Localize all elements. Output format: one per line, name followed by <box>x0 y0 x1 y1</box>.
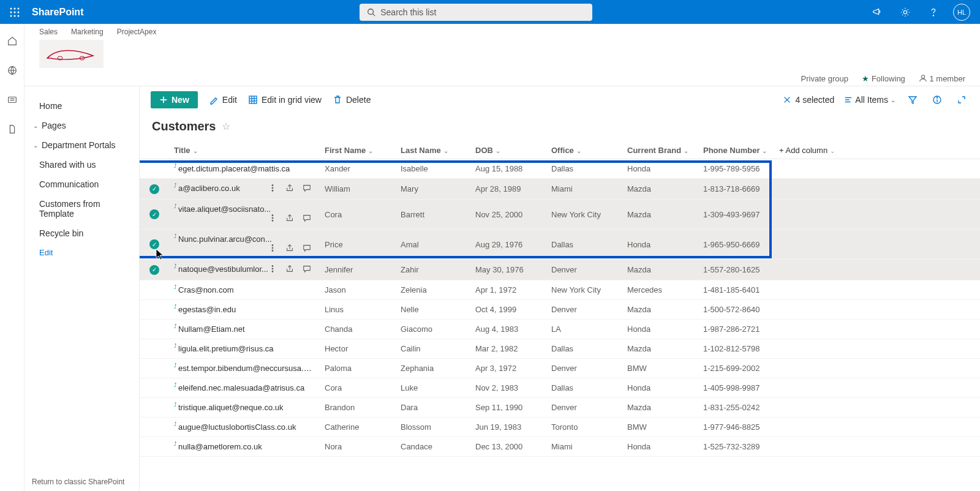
col-last-name[interactable]: Last Name⌄ <box>396 142 470 159</box>
cell-ln: Candace <box>396 437 470 457</box>
table-row[interactable]: ✓⤴a@aclibero.co.ukWilliamMaryApr 28, 198… <box>140 179 980 200</box>
table-row[interactable]: ⤴est.tempor.bibendum@neccursusa.comPalom… <box>140 359 980 378</box>
tab-sales[interactable]: Sales <box>39 28 58 36</box>
cell-ln: Dara <box>396 398 470 418</box>
view-selector[interactable]: All Items ⌄ <box>844 95 895 105</box>
cell-fn: Cora <box>320 200 396 230</box>
nav-recycle-bin[interactable]: Recycle bin <box>24 223 139 243</box>
col-office[interactable]: Office⌄ <box>546 142 622 159</box>
table-row[interactable]: ✓⤴vitae.aliquet@sociisnato...CoraBarrett… <box>140 200 980 230</box>
item-status-icon: ⤴ <box>174 284 177 290</box>
cell-ln: Zephania <box>396 359 470 378</box>
nav-edit-link[interactable]: Edit <box>24 243 139 262</box>
nav-department-portals[interactable]: ⌄Department Portals <box>24 135 139 155</box>
files-icon[interactable] <box>5 122 20 137</box>
table-row[interactable]: ⤴nulla@ametlorem.co.ukNoraCandaceDec 13,… <box>140 437 980 457</box>
row-more-icon[interactable] <box>268 184 277 194</box>
table-row[interactable]: ⤴Cras@non.comJasonZeleniaApr 1, 1972New … <box>140 280 980 300</box>
nav-shared-with-us[interactable]: Shared with us <box>24 155 139 174</box>
favorite-star-icon[interactable]: ☆ <box>222 121 230 132</box>
cell-office: Miami <box>546 179 622 200</box>
cell-fn: Cora <box>320 378 396 398</box>
globe-icon[interactable] <box>5 63 20 78</box>
row-comment-icon[interactable] <box>303 184 311 194</box>
app-launcher-icon[interactable] <box>5 2 24 22</box>
svg-point-3 <box>10 11 12 13</box>
site-logo[interactable] <box>39 40 104 68</box>
cell-brand: Honda <box>622 320 698 339</box>
row-more-icon[interactable] <box>268 244 277 254</box>
cell-office: New York City <box>546 200 622 230</box>
table-row[interactable]: ⤴augue@luctuslobortisClass.co.ukCatherin… <box>140 418 980 437</box>
row-share-icon[interactable] <box>285 214 294 224</box>
row-comment-icon[interactable] <box>303 244 311 254</box>
table-row[interactable]: ⤴eget.dictum.placerat@mattis.caXanderIsa… <box>140 159 980 179</box>
tab-marketing[interactable]: Marketing <box>71 28 104 36</box>
nav-communication[interactable]: Communication <box>24 174 139 194</box>
clear-selection[interactable]: 4 selected <box>783 95 834 105</box>
site-meta: Private group ★Following 1 member <box>39 74 965 83</box>
svg-point-44 <box>272 266 273 267</box>
following-toggle[interactable]: ★Following <box>862 74 905 83</box>
row-comment-icon[interactable] <box>303 214 311 224</box>
row-share-icon[interactable] <box>285 244 294 254</box>
row-title: est.tempor.bibendum@neccursusa.com <box>178 364 318 373</box>
home-icon[interactable] <box>5 34 20 48</box>
col-brand[interactable]: Current Brand⌄ <box>622 142 698 159</box>
table-row[interactable]: ⤴tristique.aliquet@neque.co.ukBrandonDar… <box>140 398 980 418</box>
cell-brand: Mazda <box>622 179 698 200</box>
nav-home[interactable]: Home <box>24 96 139 116</box>
megaphone-icon[interactable] <box>869 4 886 21</box>
edit-in-grid-button[interactable]: Edit in grid view <box>248 95 322 105</box>
row-selected-check-icon[interactable]: ✓ <box>149 239 159 249</box>
col-dob[interactable]: DOB⌄ <box>470 142 546 159</box>
svg-point-5 <box>18 11 20 13</box>
nav-pages[interactable]: ⌄Pages <box>24 116 139 135</box>
table-row[interactable]: ✓⤴natoque@vestibulumlor...JenniferZahirM… <box>140 260 980 280</box>
return-classic-link[interactable]: Return to classic SharePoint <box>32 478 124 486</box>
table-row[interactable]: ✓⤴Nunc.pulvinar.arcu@con...PriceAmalAug … <box>140 230 980 260</box>
svg-point-39 <box>272 217 273 219</box>
info-pane-icon[interactable] <box>930 92 944 107</box>
item-status-icon: ⤴ <box>174 203 177 209</box>
list-title-row: Customers ☆ <box>140 113 980 142</box>
cell-fn: Catherine <box>320 418 396 437</box>
row-share-icon[interactable] <box>285 264 294 275</box>
add-column-button[interactable]: + Add column⌄ <box>774 142 980 159</box>
help-icon[interactable] <box>925 4 942 21</box>
news-icon[interactable] <box>5 92 20 107</box>
row-share-icon[interactable] <box>285 184 294 194</box>
row-comment-icon[interactable] <box>303 264 311 275</box>
settings-gear-icon[interactable] <box>897 4 914 21</box>
new-button[interactable]: New <box>151 91 198 108</box>
row-selected-check-icon[interactable]: ✓ <box>149 184 159 194</box>
item-status-icon: ⤴ <box>174 263 177 269</box>
col-first-name[interactable]: First Name⌄ <box>320 142 396 159</box>
tab-projectapex[interactable]: ProjectApex <box>117 28 157 36</box>
col-phone[interactable]: Phone Number⌄ <box>698 142 774 159</box>
item-status-icon: ⤴ <box>174 382 177 388</box>
table-row[interactable]: ⤴Nullam@Etiam.netChandaGiacomoAug 4, 198… <box>140 320 980 339</box>
search-box[interactable]: Search this list <box>360 4 592 21</box>
cell-office: Dallas <box>546 159 622 179</box>
edit-button[interactable]: Edit <box>209 95 237 105</box>
filter-icon[interactable] <box>905 92 920 107</box>
table-row[interactable]: ⤴egestas@in.eduLinusNelleOct 4, 1999Denv… <box>140 300 980 320</box>
delete-button[interactable]: Delete <box>333 95 371 105</box>
expand-icon[interactable] <box>954 92 969 107</box>
col-title[interactable]: Title⌄ <box>169 142 320 159</box>
row-more-icon[interactable] <box>268 214 277 224</box>
row-selected-check-icon[interactable]: ✓ <box>149 209 159 219</box>
table-row[interactable]: ⤴ligula.elit.pretium@risus.caHectorCaili… <box>140 339 980 359</box>
row-title: vitae.aliquet@sociisnato... <box>178 204 271 214</box>
table-row[interactable]: ⤴eleifend.nec.malesuada@atrisus.caCoraLu… <box>140 378 980 398</box>
row-selected-check-icon[interactable]: ✓ <box>149 265 159 275</box>
cell-ln: Barrett <box>396 200 470 230</box>
nav-customers-from-template[interactable]: Customers from Template <box>24 194 139 223</box>
cell-phone: 1-813-718-6669 <box>698 179 774 200</box>
members-link[interactable]: 1 member <box>919 74 965 83</box>
row-title: Nullam@Etiam.net <box>178 324 245 334</box>
suite-brand[interactable]: SharePoint <box>32 7 83 18</box>
row-more-icon[interactable] <box>268 264 277 275</box>
user-avatar[interactable]: HL <box>953 4 970 21</box>
